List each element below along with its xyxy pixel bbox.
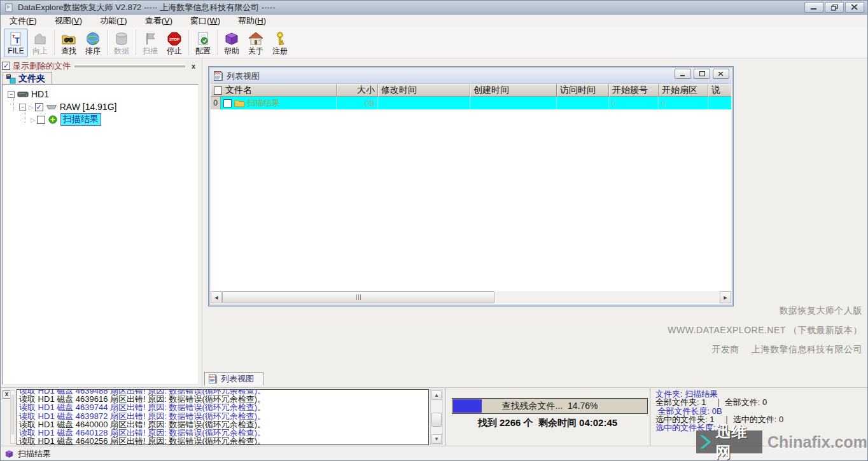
restore-button[interactable] — [825, 2, 844, 13]
scan-checkbox[interactable]: ✓ — [37, 116, 45, 124]
tree-item-scan-result[interactable]: ▷ ✓ 扫描结果 — [31, 113, 101, 126]
show-deleted-checkbox[interactable]: ✓ — [2, 62, 10, 70]
log-entry: 读取 HD1 磁盘 4639872 扇区出错! 原因: 数据错误(循环冗余检查)… — [17, 412, 428, 420]
child-minimize-button[interactable] — [675, 69, 691, 79]
chevron-logo-icon — [699, 433, 715, 451]
tree-item-hd1[interactable]: − HD1 — [8, 88, 49, 100]
search-button[interactable]: 查找 — [57, 29, 81, 57]
tab-folders[interactable]: 文件夹 — [3, 72, 52, 85]
folder-icon — [234, 99, 245, 107]
register-button[interactable]: 注册 — [268, 29, 292, 57]
scroll-up-icon[interactable]: ▲ — [431, 390, 442, 400]
menu-function[interactable]: 功能(T) — [94, 14, 136, 28]
svg-text:STOP: STOP — [169, 37, 179, 41]
list-view-titlebar[interactable]: DOC 列表视图 — [211, 69, 731, 84]
promo-website: WWW.DATAEXPLORE.NET （下载最新版本） — [668, 325, 862, 336]
svg-text:T: T — [15, 36, 20, 45]
column-size[interactable]: 大小 — [337, 84, 378, 97]
menu-window[interactable]: 窗口(W) — [184, 14, 229, 28]
menu-view[interactable]: 视图(V) — [48, 14, 91, 28]
menu-lookup[interactable]: 查看(V) — [139, 14, 181, 28]
column-created[interactable]: 创建时间 — [470, 84, 557, 97]
doc-icon: DOC — [213, 71, 223, 81]
folder-tree[interactable]: − HD1 − ▷ ✓ RAW [14.91G] ▷ ✓ 扫描结果 — [2, 84, 199, 385]
up-icon — [32, 31, 48, 46]
stat-line: 文件夹: 扫描结果 — [655, 390, 868, 398]
sort-button[interactable]: 排序 — [81, 29, 105, 57]
folders-tab-icon — [6, 74, 16, 84]
minimize-button[interactable] — [804, 2, 823, 13]
panel-grabber[interactable] — [74, 64, 185, 67]
row-checkbox[interactable]: ✓ — [223, 99, 232, 107]
column-start-cluster[interactable]: 开始簇号 — [609, 84, 659, 97]
toolbar-separator — [136, 30, 136, 55]
row-accessed — [557, 97, 609, 109]
stat-line: 全部文件夹: 1 ｜ 全部文件: 0 — [655, 398, 868, 406]
menu-help[interactable]: 帮助(H) — [232, 14, 275, 28]
mdi-area: DOC 列表视图 ✓文件名 大小 修改时间 创建时间 访问时间 开始簇号 开始扇… — [202, 58, 868, 387]
row-index: 0 — [211, 97, 221, 109]
tree-item-raw[interactable]: − ▷ ✓ RAW [14.91G] — [19, 100, 116, 113]
scroll-left-icon[interactable]: ◄ — [211, 291, 222, 303]
stat-line: 选中的文件夹: 1 ｜ 选中的文件: 0 — [655, 415, 868, 423]
scan-button: 扫描 — [138, 29, 162, 57]
tab-list-view[interactable]: DOC 列表视图 — [204, 372, 263, 385]
register-key-icon — [272, 31, 288, 46]
log-vertical-scrollbar[interactable]: ▲ ▼ — [430, 389, 443, 445]
promo-developer: 开发商 上海数擎信息科技有限公司 — [712, 344, 862, 355]
promo-edition: 数据恢复大师个人版 — [780, 305, 863, 317]
svg-text:DOC: DOC — [214, 72, 221, 75]
scrollbar-thumb[interactable] — [431, 413, 442, 427]
row-cluster: 0 — [609, 97, 659, 109]
help-button[interactable]: 帮助 — [220, 29, 244, 57]
column-accessed[interactable]: 访问时间 — [557, 84, 609, 97]
child-maximize-button[interactable] — [694, 69, 710, 79]
row-size: 0B — [337, 97, 378, 109]
column-filename[interactable]: ✓文件名 — [211, 84, 337, 97]
log-entry: 读取 HD1 磁盘 4639744 扇区出错! 原因: 数据错误(循环冗余检查)… — [17, 403, 428, 411]
column-start-sector[interactable]: 开始扇区 — [659, 84, 708, 97]
horizontal-scrollbar[interactable]: ◄ ► — [211, 291, 731, 303]
about-button[interactable]: 关于 — [244, 29, 268, 57]
menu-file[interactable]: 文件(F) — [3, 14, 46, 28]
scroll-down-icon[interactable]: ▼ — [431, 434, 442, 444]
config-button[interactable]: 配置 — [191, 29, 215, 57]
collapse-icon[interactable]: − — [19, 104, 26, 111]
chevron-right-icon: ▷ — [29, 104, 34, 111]
sort-globe-icon — [85, 31, 101, 46]
app-window: DataExplore数据恢复大师 V2.872 ----- 上海数擎信息科技有… — [0, 0, 868, 461]
list-view-window: DOC 列表视图 ✓文件名 大小 修改时间 创建时间 访问时间 开始簇号 开始扇… — [208, 66, 734, 306]
toolbar-separator — [107, 30, 108, 55]
close-button[interactable] — [845, 2, 864, 13]
up-button: 向上 — [28, 29, 52, 57]
harddisk-icon — [17, 90, 29, 99]
progress-section: 查找残余文件... 14.76% 找到 2266 个 剩余时间 04:02:45 — [445, 388, 650, 446]
file-icon: TT — [8, 31, 24, 46]
log-left-scrollbar[interactable] — [10, 390, 15, 444]
child-close-button[interactable] — [713, 69, 729, 79]
raw-checkbox[interactable]: ✓ — [35, 103, 43, 111]
chevron-right-icon: ▷ — [31, 116, 36, 123]
scroll-right-icon[interactable]: ► — [720, 291, 731, 303]
scan-result-icon — [48, 115, 58, 124]
row-sector: 0 — [659, 97, 708, 109]
progress-status: 找到 2266 个 剩余时间 04:02:45 — [445, 417, 650, 429]
file-button[interactable]: TT FILE — [4, 29, 28, 57]
help-book-icon — [224, 31, 239, 46]
column-note[interactable]: 说 — [708, 84, 731, 97]
progress-label: 查找残余文件... 14.76% — [452, 399, 647, 413]
table-row[interactable]: 0 ✓ 扫描结果 0B 0 0 — [211, 97, 731, 109]
list-view-title: 列表视图 — [227, 71, 260, 82]
row-created — [470, 97, 557, 109]
collapse-icon[interactable]: − — [8, 91, 15, 98]
book-icon — [4, 450, 14, 458]
select-all-checkbox[interactable]: ✓ — [214, 86, 222, 95]
row-modified — [378, 97, 470, 109]
panel-header: ✓ 显示删除的文件 x — [2, 60, 198, 71]
log-list[interactable]: 读取 HD1 磁盘 4639488 扇区出错! 原因: 数据错误(循环冗余检查)… — [17, 389, 429, 445]
list-header-row: ✓文件名 大小 修改时间 创建时间 访问时间 开始簇号 开始扇区 说 — [211, 84, 731, 97]
column-modified[interactable]: 修改时间 — [378, 84, 470, 97]
panel-close-icon[interactable]: x — [189, 62, 198, 71]
stop-button[interactable]: STOP 停止 — [162, 29, 186, 57]
scrollbar-thumb[interactable] — [222, 291, 494, 303]
